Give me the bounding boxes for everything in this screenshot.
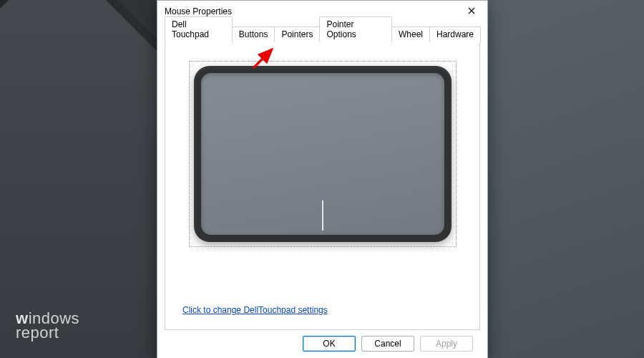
dialog-button-row: OK Cancel Apply bbox=[165, 330, 480, 352]
cancel-button[interactable]: Cancel bbox=[361, 336, 414, 352]
watermark-logo: windows report bbox=[16, 311, 79, 341]
tab-label: Wheel bbox=[399, 29, 423, 39]
apply-button: Apply bbox=[420, 336, 473, 352]
dialog-title: Mouse Properties bbox=[165, 6, 456, 16]
tab-pointer-options[interactable]: Pointer Options bbox=[319, 16, 392, 42]
tab-pointers[interactable]: Pointers bbox=[274, 26, 320, 42]
tab-wheel[interactable]: Wheel bbox=[391, 26, 430, 42]
touchpad-button-divider bbox=[322, 200, 323, 231]
tab-label: Pointer Options bbox=[326, 19, 356, 39]
tab-page-dell-touchpad: Click to change DellTouchpad settings bbox=[165, 42, 480, 330]
touchpad-preview-frame bbox=[189, 61, 457, 247]
tab-label: Pointers bbox=[281, 29, 313, 39]
change-touchpad-settings-link[interactable]: Click to change DellTouchpad settings bbox=[182, 305, 328, 315]
tab-hardware[interactable]: Hardware bbox=[429, 26, 481, 42]
tab-label: Buttons bbox=[239, 29, 268, 39]
tabstrip: Dell Touchpad Buttons Pointers Pointer O… bbox=[165, 26, 480, 42]
touchpad-outer bbox=[194, 66, 452, 242]
tab-buttons[interactable]: Buttons bbox=[232, 26, 275, 42]
ok-button[interactable]: OK bbox=[303, 336, 356, 352]
tab-label: Hardware bbox=[436, 29, 474, 39]
mouse-properties-dialog: Mouse Properties Dell Touchpad Buttons P… bbox=[157, 0, 488, 358]
close-button[interactable] bbox=[456, 1, 487, 22]
tab-dell-touchpad[interactable]: Dell Touchpad bbox=[165, 16, 233, 43]
tab-label: Dell Touchpad bbox=[172, 19, 209, 39]
touchpad-surface bbox=[201, 73, 444, 235]
close-icon bbox=[468, 6, 475, 16]
dialog-client-area: Dell Touchpad Buttons Pointers Pointer O… bbox=[157, 22, 487, 358]
